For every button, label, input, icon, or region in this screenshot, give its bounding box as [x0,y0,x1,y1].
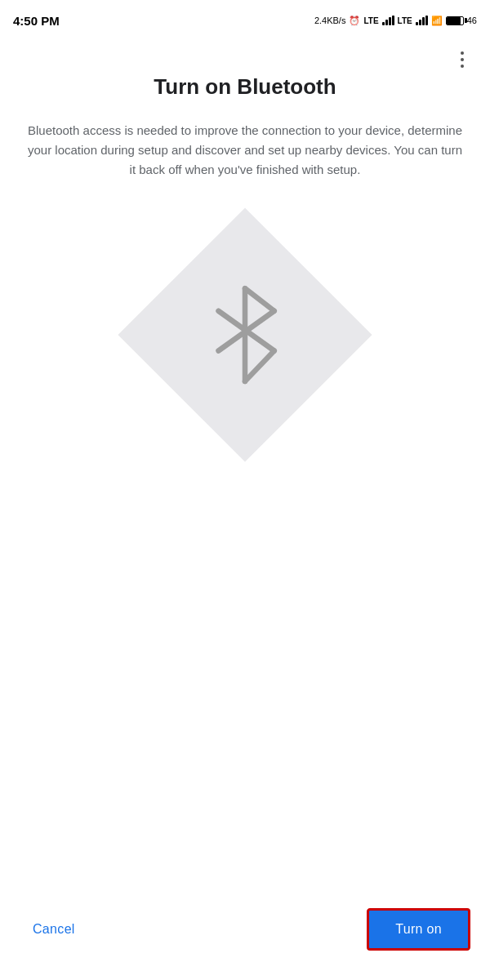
bottom-actions: Cancel Turn on [0,898,490,980]
svg-line-4 [245,350,274,381]
svg-line-1 [245,288,274,311]
page-description: Bluetooth access is needed to improve th… [26,121,464,180]
bluetooth-icon-container [0,245,490,425]
cancel-button[interactable]: Cancel [20,912,88,947]
status-bar: 4:50 PM 2.4KB/s ⏰ LTE LTE 📶 46 [0,0,490,41]
bluetooth-icon [204,282,286,388]
lte2-icon: LTE [398,16,412,25]
battery-icon [446,16,464,25]
more-vert-icon [461,51,464,68]
battery-level: 46 [467,16,477,25]
bluetooth-diamond-bg [118,207,372,461]
signal-bars-1 [382,16,394,25]
turn-on-button[interactable]: Turn on [367,908,470,951]
status-time: 4:50 PM [13,14,60,28]
lte-icon: LTE [363,16,378,25]
network-speed: 2.4KB/s [314,16,346,25]
alarm-icon: ⏰ [349,16,360,26]
wifi-icon: 📶 [431,16,443,26]
page-title: Turn on Bluetooth [26,74,464,101]
more-options-button[interactable] [448,45,477,74]
status-icons: 2.4KB/s ⏰ LTE LTE 📶 46 [314,16,477,26]
main-content: Turn on Bluetooth Bluetooth access is ne… [0,41,490,180]
signal-bars-2 [416,16,428,25]
